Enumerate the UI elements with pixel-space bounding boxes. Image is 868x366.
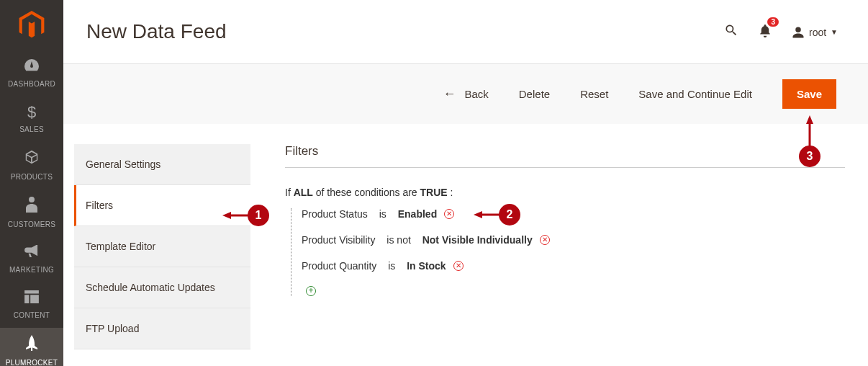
- annotation-arrow-1: [222, 211, 251, 220]
- nav-label: CONTENT: [14, 311, 50, 319]
- cond-attribute[interactable]: Product Quantity: [302, 260, 376, 272]
- admin-sidebar: DASHBOARD $ SALES PRODUCTS CUSTOMERS MAR…: [0, 0, 63, 366]
- page-title: New Data Feed: [86, 20, 227, 43]
- main-area: New Data Feed 3 root ▼ ← Back Delete Res…: [63, 0, 868, 366]
- remove-condition-icon[interactable]: ✕: [540, 235, 550, 245]
- header-tools: 3 root ▼: [724, 23, 838, 41]
- action-bar: ← Back Delete Reset Save and Continue Ed…: [63, 63, 868, 124]
- tab-filters[interactable]: Filters: [74, 185, 250, 226]
- cond-suffix: :: [451, 187, 453, 198]
- tab-ftp-upload[interactable]: FTP Upload: [74, 308, 250, 349]
- nav-dashboard[interactable]: DASHBOARD: [0, 50, 63, 97]
- tab-general-settings[interactable]: General Settings: [74, 144, 250, 185]
- back-button[interactable]: ← Back: [443, 86, 488, 102]
- back-label: Back: [464, 88, 488, 100]
- annotation-arrow-2: [474, 210, 502, 219]
- condition-row: Product Status is Enabled ✕: [302, 208, 845, 220]
- cond-operator[interactable]: is: [379, 208, 386, 220]
- user-name: root: [809, 27, 826, 38]
- notification-badge: 3: [767, 17, 779, 27]
- condition-root: If ALL of these conditions are TRUE :: [285, 187, 845, 198]
- tab-template-editor[interactable]: Template Editor: [74, 226, 250, 267]
- cond-attribute[interactable]: Product Visibility: [302, 234, 375, 246]
- annotation-bubble-1: 1: [248, 205, 269, 226]
- svg-marker-5: [806, 115, 813, 124]
- tab-schedule-updates[interactable]: Schedule Automatic Updates: [74, 267, 250, 308]
- cond-value[interactable]: In Stock: [407, 260, 446, 272]
- nav-content[interactable]: CONTENT: [0, 282, 63, 328]
- nav-label: MARKETING: [9, 266, 54, 274]
- arrow-left-icon: ←: [443, 86, 456, 102]
- nav-label: PRODUCTS: [11, 173, 53, 181]
- nav-label: SALES: [19, 125, 44, 133]
- content-wrap: General Settings Filters Template Editor…: [63, 124, 868, 349]
- condition-list: Product Status is Enabled ✕ Product Visi…: [291, 208, 845, 296]
- panel-title: Filters: [285, 144, 845, 168]
- annotation-bubble-2: 2: [499, 204, 520, 226]
- svg-marker-1: [222, 212, 231, 219]
- annotation-arrow-3: [805, 115, 814, 147]
- cond-value[interactable]: TRUE: [420, 187, 448, 198]
- delete-button[interactable]: Delete: [519, 88, 550, 100]
- cond-operator[interactable]: is not: [386, 234, 410, 246]
- gauge-icon: [3, 58, 60, 76]
- dollar-icon: $: [3, 104, 60, 121]
- add-condition-row: +: [302, 286, 845, 296]
- tabs: General Settings Filters Template Editor…: [74, 144, 250, 349]
- cond-mid: of these conditions are: [316, 187, 420, 198]
- nav-products[interactable]: PRODUCTS: [0, 142, 63, 189]
- nav-marketing[interactable]: MARKETING: [0, 237, 63, 282]
- search-icon[interactable]: [724, 23, 738, 41]
- save-button[interactable]: Save: [782, 79, 836, 109]
- megaphone-icon: [3, 244, 60, 262]
- person-icon: [3, 197, 60, 216]
- cond-value[interactable]: Not Visible Individually: [422, 234, 533, 246]
- filters-panel: Filters If ALL of these conditions are T…: [285, 144, 845, 349]
- condition-row: Product Visibility is not Not Visible In…: [302, 234, 845, 246]
- add-condition-icon[interactable]: +: [306, 286, 316, 296]
- nav-sales[interactable]: $ SALES: [0, 97, 63, 142]
- box-icon: [3, 149, 60, 169]
- nav-label: CUSTOMERS: [8, 220, 55, 228]
- cond-operator[interactable]: is: [388, 260, 395, 272]
- svg-marker-3: [474, 211, 482, 218]
- layout-icon: [3, 290, 60, 307]
- remove-condition-icon[interactable]: ✕: [453, 261, 464, 271]
- magento-logo[interactable]: [0, 0, 63, 50]
- reset-button[interactable]: Reset: [580, 88, 608, 100]
- save-continue-button[interactable]: Save and Continue Edit: [638, 88, 752, 100]
- condition-row: Product Quantity is In Stock ✕: [302, 260, 845, 272]
- nav-customers[interactable]: CUSTOMERS: [0, 189, 63, 237]
- annotation-bubble-3: 3: [799, 146, 820, 167]
- page-header: New Data Feed 3 root ▼: [63, 0, 868, 63]
- caret-down-icon: ▼: [831, 28, 838, 36]
- user-menu-button[interactable]: root ▼: [792, 26, 838, 39]
- cond-aggregator[interactable]: ALL: [294, 187, 313, 198]
- cond-attribute[interactable]: Product Status: [302, 208, 368, 220]
- nav-plumrocket[interactable]: PLUMROCKET: [0, 328, 63, 366]
- nav-label: DASHBOARD: [8, 80, 55, 88]
- nav-label: PLUMROCKET: [6, 359, 58, 366]
- notifications-button[interactable]: 3: [759, 23, 772, 41]
- rocket-icon: [3, 335, 60, 354]
- cond-prefix: If: [285, 187, 291, 198]
- remove-condition-icon[interactable]: ✕: [444, 209, 454, 219]
- cond-value[interactable]: Enabled: [398, 208, 437, 220]
